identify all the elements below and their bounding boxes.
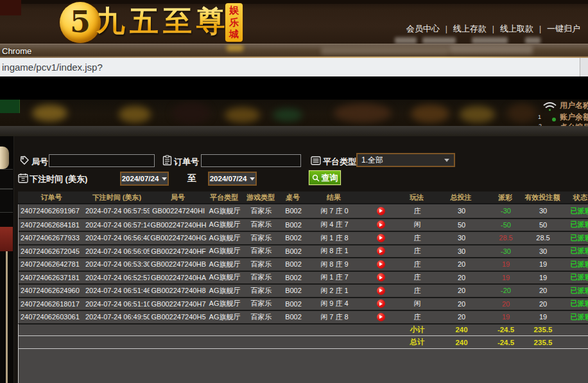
platform-cell: AG旗舰厅	[207, 286, 242, 296]
order-id-cell: 240724062672045	[19, 247, 85, 255]
play-icon	[379, 289, 383, 292]
table-row: 240724062624960 2024-07-24 06:51:46 GB00…	[19, 283, 588, 297]
rail-red-segment	[0, 227, 13, 251]
round-number-cell: GB002247240HF	[150, 247, 207, 255]
order-number-label: 订单号	[174, 156, 199, 168]
col-table-number: 桌号	[280, 193, 306, 202]
replay-play-button[interactable]	[377, 220, 385, 229]
platform-cell: AG旗舰厅	[207, 272, 242, 282]
total-bet-cell: 20	[436, 274, 487, 281]
search-button[interactable]: 查询	[309, 170, 341, 185]
play-icon	[379, 302, 383, 306]
table-row: 240724062677933 2024-07-24 06:56:40 GB00…	[19, 231, 588, 244]
address-bar[interactable]: ingame/pcv1/index.jsp?	[0, 58, 588, 76]
platform-type-select[interactable]: 1.全部	[356, 153, 455, 167]
status-cell: 已派彩	[562, 286, 588, 296]
platform-cell: AG旗舰厅	[207, 206, 242, 216]
nav-member-center[interactable]: 会员中心	[406, 23, 440, 35]
bet-records-table: 订单号 下注时间 (美东) 局号 平台类型 游戏类型 桌号 结果 玩法 总投注 …	[18, 192, 588, 383]
rail-tab-handle[interactable]	[0, 147, 9, 169]
col-platform-type: 平台类型	[207, 193, 241, 202]
bet-type-cell: 庄	[399, 260, 436, 269]
rail-segment	[0, 169, 13, 189]
replay-cell	[363, 313, 399, 321]
nav-separator: |	[539, 24, 541, 33]
platform-cell: AG旗舰厅	[207, 260, 242, 269]
nav-online-withdraw[interactable]: 线上取款	[500, 23, 533, 35]
content-panel: 局号 订单号 平台类型 1.全部 下注时间 (美东) 2024/07/24 至 …	[14, 136, 588, 383]
game-type-cell: 百家乐	[242, 312, 281, 322]
table-body: 240724062691967 2024-07-24 06:57:59 GB00…	[18, 204, 588, 323]
play-icon	[379, 209, 383, 213]
result-cell: 闲 7 庄 0	[306, 206, 363, 216]
bet-type-cell: 庄	[399, 233, 436, 243]
black-gap	[0, 76, 588, 100]
replay-cell	[363, 234, 399, 242]
banner-balance-label: 账户余额	[560, 112, 588, 123]
subtotal-payout: -24.5	[487, 326, 524, 334]
date-to-select[interactable]: 2024/07/24	[208, 172, 257, 186]
banner-blob	[119, 106, 151, 123]
play-icon	[379, 223, 383, 227]
result-cell: 闲 7 庄 8	[306, 312, 363, 322]
total-bet-cell: 30	[436, 234, 487, 242]
total-bet-cell: 20	[436, 260, 487, 268]
table-number-cell: B002	[281, 221, 306, 229]
valid-bet-cell: 19	[524, 313, 562, 321]
play-icon	[379, 315, 383, 319]
badge-char: 乐	[229, 17, 239, 29]
date-from-value: 2024/07/24	[122, 175, 159, 183]
payout-cell: 28.5	[487, 234, 524, 242]
left-rail	[0, 136, 14, 383]
table-number-cell: B002	[281, 247, 306, 255]
platform-cell: AG旗舰厅	[207, 220, 242, 229]
window-title: Chrome	[2, 46, 31, 56]
replay-play-button[interactable]	[377, 287, 385, 295]
order-id-cell: 240724062637181	[19, 274, 85, 281]
nav-online-deposit[interactable]: 线上存款	[453, 23, 487, 35]
blurred-reflection	[449, 46, 533, 54]
table-empty-area	[18, 348, 588, 383]
site-logo[interactable]: 5	[60, 2, 101, 43]
rail-tan-line	[6, 251, 8, 383]
order-number-input[interactable]	[201, 154, 301, 167]
replay-play-button[interactable]	[377, 299, 385, 308]
platform-cell: AG旗舰厅	[207, 246, 242, 256]
replay-play-button[interactable]	[377, 234, 385, 242]
bet-time-cell: 2024-07-24 06:51:10	[85, 300, 150, 308]
banner-blob	[225, 107, 260, 123]
replay-play-button[interactable]	[377, 273, 385, 281]
table-row: 240724062684181 2024-07-24 06:57:14 GB00…	[19, 218, 588, 231]
order-id-cell: 240724062603061	[19, 313, 85, 321]
status-cell: 已派彩	[562, 312, 588, 322]
result-cell: 闲 9 庄 4	[306, 299, 363, 308]
replay-play-button[interactable]	[377, 313, 385, 321]
status-cell: 已派彩	[562, 220, 588, 229]
table-number-cell: B002	[281, 207, 306, 215]
date-from-select[interactable]: 2024/07/24	[120, 172, 169, 186]
bet-type-cell: 庄	[399, 246, 436, 256]
header-corner-block	[0, 0, 21, 15]
replay-play-button[interactable]	[377, 207, 385, 215]
search-icon	[312, 174, 320, 182]
round-number-cell: GB002247240HI	[150, 207, 207, 215]
nav-one-key-transfer[interactable]: 一键归户	[547, 23, 580, 35]
grand-total-payout: -24.5	[487, 339, 524, 346]
round-number-input[interactable]	[49, 154, 155, 167]
replay-cell	[363, 260, 399, 269]
replay-cell	[363, 273, 399, 281]
chevron-down-icon	[444, 159, 449, 162]
payout-cell: 19	[487, 313, 524, 321]
casino-banner: 用户名称 账户余额 桌台编号 1 2	[0, 100, 588, 126]
status-cell: 已派彩	[562, 206, 588, 216]
total-bet-cell: 20	[436, 287, 487, 294]
banner-blob	[32, 105, 67, 121]
replay-play-button[interactable]	[377, 247, 385, 255]
subtotal-row: 小计 240 -24.5 235.5	[18, 323, 588, 336]
replay-play-button[interactable]	[377, 260, 385, 269]
bet-time-cell: 2024-07-24 06:56:05	[85, 247, 150, 255]
status-cell: 已派彩	[562, 246, 588, 256]
wifi-icon	[543, 102, 557, 112]
play-icon	[379, 236, 383, 240]
bet-time-cell: 2024-07-24 06:51:46	[85, 287, 150, 294]
